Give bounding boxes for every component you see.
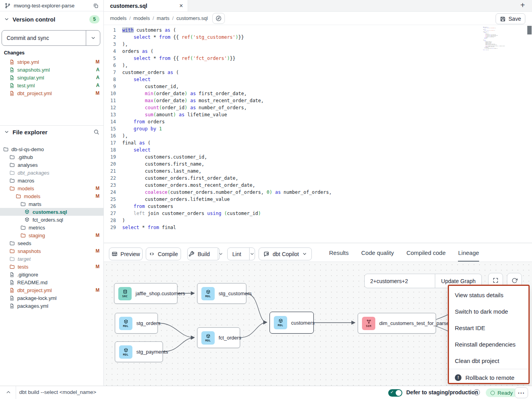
editor-scrollbar[interactable] bbox=[527, 26, 532, 34]
tree-item-folder[interactable]: stagingM bbox=[0, 231, 103, 239]
context-menu: View status details Switch to dark mode … bbox=[448, 285, 530, 384]
menu-item-clean-dbt-project[interactable]: Clean dbt project bbox=[449, 352, 528, 369]
code-editor[interactable]: 1with customers as (2 select * from {{ r… bbox=[104, 25, 532, 243]
commit-options-caret[interactable] bbox=[86, 31, 100, 45]
save-button[interactable]: Save bbox=[496, 13, 525, 24]
lineage-canvas[interactable]: SRC jaffle_shop.customers MDL stg_custom… bbox=[104, 262, 532, 386]
folder-icon bbox=[9, 170, 15, 175]
tree-item-file[interactable]: dbt_project.ymlM bbox=[0, 286, 103, 294]
source-database-icon: SRC bbox=[118, 287, 132, 300]
command-preview: dbt build --select <model_name> bbox=[19, 389, 96, 395]
tree-item-folder[interactable]: snapshotsM bbox=[0, 247, 103, 255]
tree-item-folder[interactable]: analyses bbox=[0, 161, 103, 169]
file-icon bbox=[9, 91, 14, 96]
build-button[interactable]: Build bbox=[187, 247, 220, 260]
tree-item-project-root[interactable]: db-sl-qs-demo bbox=[0, 145, 103, 153]
question-icon[interactable]: ? bbox=[474, 389, 480, 395]
build-options-caret[interactable] bbox=[218, 248, 223, 260]
chevron-down-icon bbox=[250, 251, 255, 256]
tab-compiled-code[interactable]: Compiled code bbox=[406, 243, 445, 262]
copy-icon[interactable] bbox=[93, 3, 99, 9]
lineage-node-model-selected[interactable]: MDL customers bbox=[270, 312, 314, 334]
compass-icon[interactable] bbox=[212, 13, 225, 24]
version-control-title: Version control bbox=[13, 16, 86, 23]
editor-tab-customers-sql[interactable]: customers.sql × bbox=[104, 0, 188, 11]
status-badge[interactable]: Ready bbox=[486, 388, 518, 397]
close-icon[interactable]: × bbox=[179, 2, 183, 9]
tree-item-folder[interactable]: target bbox=[0, 255, 103, 263]
tree-item-folder[interactable]: dbt_packages bbox=[0, 169, 103, 177]
alert-icon: ! bbox=[455, 374, 461, 381]
tree-item-folder[interactable]: metrics bbox=[0, 224, 103, 231]
file-icon bbox=[9, 303, 14, 309]
tree-item-folder[interactable]: seeds bbox=[0, 239, 103, 247]
menu-item-rollback-to-remote[interactable]: ! Rollback to remote bbox=[449, 369, 528, 386]
tree-item-file[interactable]: README.md bbox=[0, 278, 103, 286]
tab-lineage[interactable]: Lineage bbox=[458, 243, 479, 262]
chevron-down-icon bbox=[4, 129, 9, 135]
changes-list: stripe.ymlM snapshots.ymlA singular.ymlA… bbox=[0, 58, 103, 97]
lint-button[interactable]: Lint bbox=[227, 247, 255, 260]
menu-item-reinstall-dependencies[interactable]: Reinstall dependencies bbox=[449, 336, 528, 352]
dbt-copilot-button[interactable]: dbt Copilot bbox=[259, 247, 312, 260]
tree-item-folder[interactable]: testsM bbox=[0, 263, 103, 271]
save-icon bbox=[500, 16, 506, 22]
folder-icon bbox=[9, 186, 15, 191]
tree-item-file[interactable]: fct_orders.sql bbox=[0, 216, 103, 224]
search-icon[interactable] bbox=[93, 129, 100, 135]
code-icon bbox=[149, 251, 155, 257]
lineage-node-model[interactable]: MDL fct_orders bbox=[197, 327, 240, 348]
file-explorer-title: File explorer bbox=[13, 129, 90, 135]
changed-file-row[interactable]: singular.ymlA bbox=[0, 74, 103, 81]
file-icon bbox=[9, 83, 14, 88]
lineage-node-model[interactable]: MDL stg_orders bbox=[115, 313, 158, 334]
lint-options-caret[interactable] bbox=[249, 248, 255, 260]
changed-file-row[interactable]: test.ymlA bbox=[0, 81, 103, 89]
tree-item-file[interactable]: packages.yml bbox=[0, 302, 103, 310]
plus-icon[interactable]: + bbox=[520, 1, 525, 10]
tree-item-folder[interactable]: modelsM bbox=[0, 192, 103, 200]
minimap[interactable]: 1with customers as (2 select * from {{ r… bbox=[483, 27, 507, 63]
menu-item-restart-ide[interactable]: Restart IDE bbox=[449, 320, 528, 336]
chevron-down-icon bbox=[302, 251, 307, 256]
changed-file-row[interactable]: dbt_project.ymlM bbox=[0, 89, 103, 97]
status-dot-icon bbox=[490, 391, 495, 395]
menu-item-switch-to-dark-mode[interactable]: Switch to dark mode bbox=[449, 303, 528, 320]
result-tabs: Results Code quality Compiled code Linea… bbox=[329, 243, 479, 262]
project-name: mwong-test-explorer-parse bbox=[14, 3, 90, 9]
tree-item-file[interactable]: .gitignore bbox=[0, 271, 103, 278]
changed-file-row[interactable]: snapshots.ymlA bbox=[0, 66, 103, 74]
tree-item-folder[interactable]: modelsM bbox=[0, 184, 103, 192]
lineage-selector-input[interactable]: 2+customers+2 bbox=[365, 274, 435, 288]
tab-results[interactable]: Results bbox=[329, 243, 349, 262]
lineage-node-source[interactable]: SRC jaffle_shop.customers bbox=[114, 283, 177, 304]
tree-item-folder[interactable]: macros bbox=[0, 177, 103, 184]
file-icon bbox=[9, 67, 14, 72]
menu-item-view-status-details[interactable]: View status details bbox=[449, 287, 528, 303]
folder-icon bbox=[20, 201, 26, 207]
preview-button[interactable]: Preview bbox=[109, 247, 143, 260]
compile-button[interactable]: Compile bbox=[146, 247, 181, 260]
sidebar: mwong-test-explorer-parse Version contro… bbox=[0, 0, 104, 386]
lineage-node-model[interactable]: MDL stg_payments bbox=[115, 341, 163, 362]
file-icon bbox=[9, 75, 14, 80]
defer-toggle[interactable]: ✓ bbox=[388, 389, 402, 397]
tab-code-quality[interactable]: Code quality bbox=[361, 243, 394, 262]
lineage-node-semantic[interactable]: SEM dim_customers_test_for_parse bbox=[358, 313, 436, 334]
version-control-header[interactable]: Version control 5 bbox=[0, 14, 103, 24]
tree-item-folder[interactable]: marts bbox=[0, 200, 103, 208]
changes-count-badge: 5 bbox=[89, 15, 100, 23]
changed-file-row[interactable]: stripe.ymlM bbox=[0, 58, 103, 66]
file-explorer-header[interactable]: File explorer bbox=[0, 126, 103, 138]
file-explorer: File explorer db-sl-qs-demo .github anal… bbox=[0, 125, 103, 310]
tree-item-file[interactable]: package-lock.yml bbox=[0, 294, 103, 302]
ellipsis-icon[interactable]: ··· bbox=[515, 387, 528, 398]
changes-label: Changes bbox=[4, 50, 25, 56]
lineage-node-model[interactable]: MDL stg_customers bbox=[197, 283, 246, 304]
chevron-up-icon[interactable] bbox=[5, 389, 11, 397]
commit-and-sync-button[interactable]: Commit and sync bbox=[2, 30, 100, 46]
dbt-cloud-ide: mwong-test-explorer-parse Version contro… bbox=[0, 0, 532, 399]
tree-item-file-selected[interactable]: customers.sql bbox=[0, 208, 103, 216]
folder-icon bbox=[20, 233, 26, 238]
tree-item-folder[interactable]: .github bbox=[0, 153, 103, 161]
